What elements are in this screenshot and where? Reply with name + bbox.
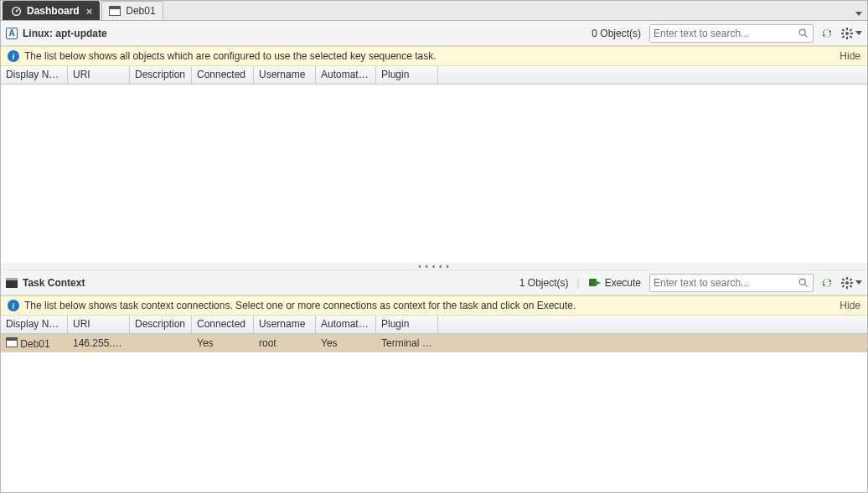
cell-connected: Yes — [192, 337, 254, 349]
splitter-handle[interactable]: • • • • • — [1, 264, 867, 270]
lower-refresh-button[interactable] — [819, 275, 835, 291]
upper-settings-button[interactable] — [840, 27, 862, 40]
upper-count: 0 Object(s) — [592, 28, 641, 39]
svg-rect-24 — [842, 285, 845, 288]
task-a-icon: A — [6, 28, 18, 39]
svg-rect-7 — [841, 33, 844, 34]
col-uri[interactable]: URI — [68, 66, 130, 84]
upper-hide-link[interactable]: Hide — [840, 50, 860, 62]
execute-icon — [588, 276, 602, 290]
col-display[interactable]: Display Na... — [1, 66, 68, 84]
cell-uri: 146.255.56.... — [68, 337, 130, 349]
col-plugin[interactable]: Plugin — [376, 66, 438, 84]
search-icon — [798, 28, 809, 39]
execute-button[interactable]: Execute — [585, 275, 644, 291]
svg-point-16 — [845, 281, 849, 285]
svg-rect-17 — [846, 277, 848, 280]
cell-plugin: Terminal (... — [376, 337, 438, 349]
tab-deb01-label: Deb01 — [126, 5, 155, 17]
lower-settings-button[interactable] — [840, 276, 862, 290]
lower-search-box[interactable] — [649, 274, 814, 292]
svg-point-14 — [799, 279, 805, 285]
col-description[interactable]: Description — [130, 316, 192, 333]
search-icon — [798, 277, 809, 289]
lower-search-input[interactable] — [654, 277, 798, 289]
lower-panel: Task Context 1 Object(s) | Execute i The — [1, 270, 867, 492]
svg-rect-18 — [846, 286, 848, 289]
lower-info-strip: i The list below shows task context conn… — [1, 295, 867, 316]
execute-label: Execute — [605, 277, 641, 289]
chevron-down-icon — [855, 12, 862, 16]
col-uri[interactable]: URI — [68, 316, 130, 333]
svg-rect-22 — [850, 285, 853, 288]
svg-point-1 — [15, 10, 17, 12]
col-automatic[interactable]: Automatic... — [316, 66, 376, 84]
cell-automatic: Yes — [316, 337, 376, 349]
gear-icon — [840, 27, 854, 40]
close-icon[interactable]: × — [86, 5, 93, 18]
svg-rect-5 — [846, 28, 848, 30]
tab-menu-button[interactable] — [855, 7, 867, 20]
lower-table-header: Display Na... URI Description Connected … — [1, 316, 867, 334]
tab-bar: Dashboard × Deb01 — [1, 1, 867, 21]
col-username[interactable]: Username — [254, 66, 316, 84]
tab-dashboard[interactable]: Dashboard × — [3, 1, 100, 20]
svg-point-2 — [799, 29, 805, 35]
svg-rect-23 — [850, 278, 853, 281]
chevron-down-icon — [855, 280, 862, 285]
lower-info-text: The list below shows task context connec… — [24, 300, 576, 311]
lower-panel-header: Task Context 1 Object(s) | Execute — [1, 270, 867, 295]
svg-rect-6 — [846, 37, 848, 39]
lower-table-body[interactable]: Deb01 146.255.56.... Yes root Yes Termin… — [1, 334, 867, 492]
chevron-down-icon — [855, 31, 862, 35]
upper-search-input[interactable] — [654, 28, 798, 39]
lower-hide-link[interactable]: Hide — [840, 300, 860, 311]
app-frame: Dashboard × Deb01 A Linux: apt-update 0 … — [0, 0, 868, 493]
svg-point-4 — [845, 32, 849, 35]
col-filler — [438, 316, 867, 333]
terminal-icon — [6, 337, 18, 347]
upper-panel-header: A Linux: apt-update 0 Object(s) — [1, 21, 867, 46]
svg-line-15 — [804, 284, 807, 286]
col-connected[interactable]: Connected — [192, 66, 254, 84]
terminal-icon — [109, 5, 121, 17]
svg-rect-20 — [850, 282, 853, 284]
col-connected[interactable]: Connected — [192, 316, 254, 333]
table-row[interactable]: Deb01 146.255.56.... Yes root Yes Termin… — [1, 334, 867, 352]
svg-rect-11 — [850, 28, 853, 32]
info-icon: i — [8, 50, 19, 62]
tab-dashboard-label: Dashboard — [27, 5, 80, 17]
lower-title: Task Context — [23, 277, 85, 289]
upper-table-header: Display Na... URI Description Connected … — [1, 66, 867, 85]
col-username[interactable]: Username — [254, 316, 316, 333]
cell-username: root — [254, 337, 316, 349]
upper-table-body[interactable] — [1, 85, 867, 264]
svg-line-3 — [804, 34, 807, 37]
upper-title: Linux: apt-update — [23, 28, 107, 39]
tab-deb01[interactable]: Deb01 — [101, 1, 163, 20]
cell-display: Deb01 — [1, 337, 68, 350]
lower-count: 1 Object(s) — [519, 277, 569, 289]
col-automatic[interactable]: Automatic... — [316, 316, 376, 333]
upper-search-box[interactable] — [649, 24, 814, 43]
dashboard-icon — [10, 5, 22, 17]
svg-rect-13 — [589, 279, 597, 286]
upper-info-text: The list below shows all objects which a… — [24, 50, 437, 62]
svg-rect-12 — [842, 35, 845, 39]
svg-rect-19 — [841, 282, 844, 284]
refresh-icon — [820, 276, 834, 290]
gear-icon — [840, 276, 854, 290]
grip-dots-icon: • • • • • — [418, 265, 450, 269]
col-plugin[interactable]: Plugin — [376, 316, 438, 333]
refresh-icon — [820, 27, 834, 40]
svg-rect-21 — [842, 278, 845, 281]
task-context-icon — [6, 278, 18, 288]
cell-display-text: Deb01 — [20, 338, 49, 350]
col-description[interactable]: Description — [130, 66, 192, 84]
upper-refresh-button[interactable] — [819, 25, 835, 42]
col-display[interactable]: Display Na... — [1, 316, 68, 333]
svg-rect-10 — [850, 35, 853, 39]
upper-panel: A Linux: apt-update 0 Object(s) i The li… — [1, 21, 867, 264]
col-filler — [438, 66, 867, 84]
svg-rect-8 — [850, 33, 853, 34]
